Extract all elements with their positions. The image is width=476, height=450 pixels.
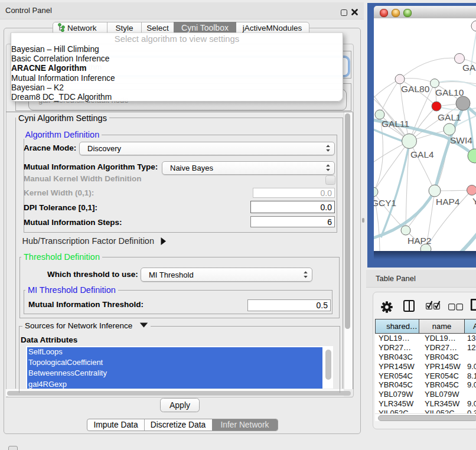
svg-text:HAP4: HAP4 [436,197,460,207]
svg-text:GCY1: GCY1 [374,198,396,208]
svg-text:GAL4: GAL4 [410,149,434,159]
svg-text:GAL10: GAL10 [435,87,464,97]
svg-text:GAL7: GAL7 [462,63,476,73]
svg-text:HAP2: HAP2 [407,236,432,246]
svg-text:GAL80: GAL80 [401,84,430,94]
svg-text:YJL: YJL [472,196,476,206]
svg-text:GAL11: GAL11 [382,119,409,129]
svg-text:SWI4: SWI4 [450,135,472,145]
svg-text:GAL1: GAL1 [438,112,461,122]
